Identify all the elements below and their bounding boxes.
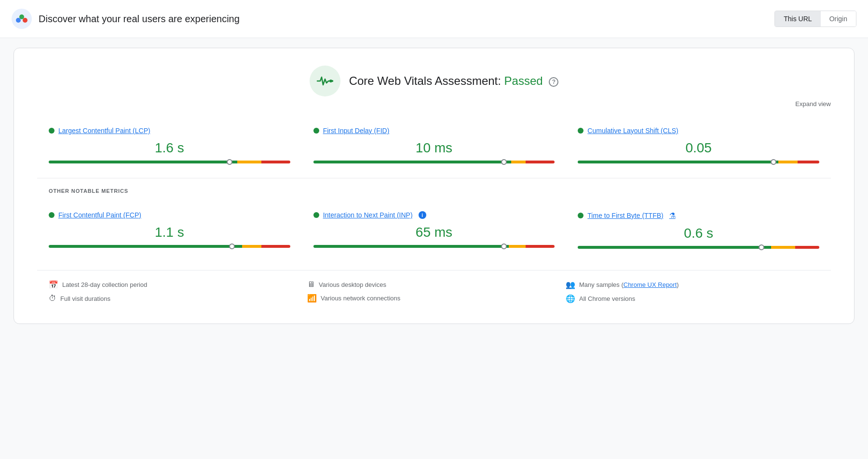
- page-title: Discover what your real users are experi…: [39, 14, 240, 25]
- assessment-title: Core Web Vitals Assessment: Passed ?: [349, 74, 559, 88]
- footer-item: 📅Latest 28-day collection period: [49, 280, 302, 289]
- help-icon[interactable]: ?: [549, 77, 558, 87]
- metric-lcp: Largest Contentful Paint (LCP)1.6 s: [37, 117, 302, 173]
- progress-marker-lcp: [227, 159, 232, 165]
- footer-icon: 📶: [307, 294, 317, 303]
- assessment-header: Core Web Vitals Assessment: Passed ?: [37, 66, 831, 96]
- metric-dot-ttfb: [578, 213, 583, 218]
- progress-bar-cls: [578, 161, 819, 163]
- metric-label-inp[interactable]: Interaction to Next Paint (INP)i: [313, 211, 555, 219]
- metric-label-lcp[interactable]: Largest Contentful Paint (LCP): [49, 127, 290, 135]
- other-metrics-title: OTHER NOTABLE METRICS: [37, 188, 831, 202]
- metric-dot-fcp: [49, 212, 54, 218]
- progress-bar-fid: [313, 161, 555, 163]
- footer-icon: 🌐: [566, 294, 575, 303]
- metric-dot-fid: [313, 128, 319, 134]
- url-origin-toggle: This URL Origin: [774, 11, 856, 27]
- metric-value-lcp: 1.6 s: [49, 140, 290, 156]
- other-metrics-grid: First Contentful Paint (FCP)1.1 sInterac…: [37, 202, 831, 258]
- metric-value-fcp: 1.1 s: [49, 225, 290, 240]
- metric-fcp: First Contentful Paint (FCP)1.1 s: [37, 202, 302, 258]
- footer-info: 📅Latest 28-day collection period⏱Full vi…: [37, 270, 831, 308]
- footer-col-2: 🖥Various desktop devices📶Various network…: [307, 280, 561, 308]
- expand-view[interactable]: Expand view: [37, 100, 831, 108]
- metric-label-fid[interactable]: First Input Delay (FID): [313, 127, 555, 135]
- metric-label-cls[interactable]: Cumulative Layout Shift (CLS): [578, 127, 819, 135]
- metric-value-cls: 0.05: [578, 140, 819, 156]
- footer-col-1: 📅Latest 28-day collection period⏱Full vi…: [49, 280, 302, 308]
- svg-point-3: [23, 18, 27, 23]
- progress-marker-fcp: [229, 243, 235, 249]
- core-metrics-grid: Largest Contentful Paint (LCP)1.6 sFirst…: [37, 117, 831, 173]
- vitals-icon: [310, 66, 340, 96]
- footer-item-chrome: 🌐All Chrome versions: [566, 294, 819, 303]
- metric-dot-cls: [578, 128, 583, 134]
- metric-cls: Cumulative Layout Shift (CLS)0.05: [566, 117, 831, 173]
- footer-item: 🖥Various desktop devices: [307, 280, 561, 289]
- top-bar-left: Discover what your real users are experi…: [12, 9, 240, 29]
- metric-value-inp: 65 ms: [313, 225, 555, 240]
- chrome-ux-link[interactable]: Chrome UX Report: [624, 281, 677, 288]
- footer-item: 📶Various network connections: [307, 294, 561, 303]
- progress-marker-fid: [501, 159, 507, 165]
- footer-col-3: 👥Many samples (Chrome UX Report)🌐All Chr…: [566, 280, 819, 308]
- metric-label-fcp[interactable]: First Contentful Paint (FCP): [49, 211, 290, 219]
- origin-button[interactable]: Origin: [821, 11, 856, 27]
- flask-icon: ⚗: [669, 211, 676, 220]
- metric-fid: First Input Delay (FID)10 ms: [302, 117, 567, 173]
- metric-label-ttfb[interactable]: Time to First Byte (TTFB)⚗: [578, 211, 819, 220]
- footer-item: ⏱Full visit durations: [49, 294, 302, 303]
- this-url-button[interactable]: This URL: [775, 11, 820, 27]
- info-icon[interactable]: i: [419, 211, 426, 219]
- metric-inp: Interaction to Next Paint (INP)i65 ms: [302, 202, 567, 258]
- metric-value-ttfb: 0.6 s: [578, 226, 819, 241]
- footer-icon: 🖥: [307, 280, 315, 289]
- footer-icon: 👥: [566, 280, 575, 289]
- progress-bar-lcp: [49, 161, 290, 163]
- progress-marker-cls: [771, 159, 776, 165]
- footer-icon: 📅: [49, 280, 58, 289]
- progress-bar-ttfb: [578, 246, 819, 249]
- metric-dot-inp: [313, 212, 319, 218]
- svg-point-5: [331, 80, 333, 82]
- metric-value-fid: 10 ms: [313, 140, 555, 156]
- metric-dot-lcp: [49, 128, 54, 134]
- main-card: Core Web Vitals Assessment: Passed ? Exp…: [14, 48, 854, 324]
- footer-icon: ⏱: [49, 294, 56, 303]
- footer-item-samples: 👥Many samples (Chrome UX Report): [566, 280, 819, 289]
- metric-ttfb: Time to First Byte (TTFB)⚗0.6 s: [566, 202, 831, 258]
- progress-marker-inp: [501, 243, 507, 249]
- logo-icon: [12, 9, 32, 29]
- section-divider: [37, 178, 831, 178]
- top-bar: Discover what your real users are experi…: [0, 0, 868, 38]
- progress-marker-ttfb: [759, 244, 764, 250]
- progress-bar-inp: [313, 245, 555, 248]
- progress-bar-fcp: [49, 245, 290, 248]
